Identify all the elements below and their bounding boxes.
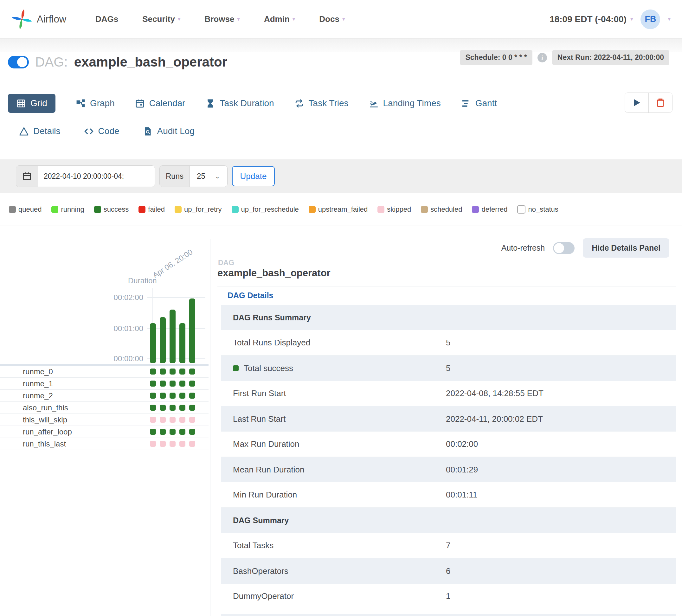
task-row-run_this_last: run_this_last [0, 438, 208, 450]
tab-task-duration[interactable]: Task Duration [205, 94, 274, 113]
play-icon [632, 98, 642, 108]
task-instance-square-success[interactable] [160, 368, 166, 374]
task-name[interactable]: runme_0 [0, 367, 53, 376]
airflow-brand[interactable]: Airflow [12, 9, 66, 30]
task-name[interactable]: this_will_skip [0, 415, 67, 424]
task-instance-square-skipped[interactable] [169, 417, 176, 423]
task-instance-square-success[interactable] [189, 393, 195, 398]
task-instance-square-skipped[interactable] [189, 417, 195, 423]
success-square-icon [233, 365, 238, 371]
legend-item-upstream_failed: upstream_failed [309, 205, 368, 213]
hide-details-panel-button[interactable]: Hide Details Panel [583, 238, 669, 258]
task-instance-square-success[interactable] [179, 405, 185, 411]
details-row-max-run-duration: Max Run Duration00:02:00 [221, 432, 676, 457]
task-instance-square-success[interactable] [160, 393, 166, 398]
task-instance-square-success[interactable] [189, 368, 195, 374]
task-instance-square-skipped[interactable] [150, 417, 156, 423]
task-instance-square-success[interactable] [150, 429, 156, 435]
base-date-input[interactable] [38, 166, 155, 187]
auto-refresh-toggle[interactable] [553, 242, 574, 254]
chevron-down-icon[interactable]: ▾ [668, 17, 670, 22]
task-name[interactable]: run_this_last [0, 439, 66, 448]
task-instance-square-success[interactable] [160, 405, 166, 411]
tab-task-tries[interactable]: Task Tries [294, 94, 348, 113]
task-instance-square-skipped[interactable] [189, 441, 195, 447]
task-instance-square-success[interactable] [189, 405, 195, 411]
tab-graph[interactable]: Graph [76, 94, 115, 113]
tab-label: Audit Log [157, 126, 195, 136]
dag-run-bar[interactable] [169, 310, 176, 363]
task-row-runme_2: runme_2 [0, 390, 208, 402]
avatar[interactable]: FB [640, 9, 660, 29]
tab-label: Task Tries [309, 98, 348, 108]
task-instance-square-skipped[interactable] [179, 441, 185, 447]
task-instance-square-success[interactable] [189, 381, 195, 387]
legend-label: scheduled [430, 205, 462, 213]
dag-pause-toggle[interactable] [8, 56, 29, 68]
nav-item-security[interactable]: Security▾ [142, 14, 180, 24]
task-name[interactable]: runme_2 [0, 391, 53, 400]
legend-label: success [104, 205, 129, 213]
legend-swatch-no_status [517, 205, 525, 213]
task-instance-square-success[interactable] [160, 429, 166, 435]
update-button[interactable]: Update [232, 166, 275, 186]
task-name[interactable]: runme_1 [0, 379, 53, 388]
task-instance-square-success[interactable] [179, 381, 185, 387]
details-row-last-run-start: Last Run Start2022-04-11, 20:00:02 EDT [221, 406, 676, 432]
task-instance-square-success[interactable] [169, 429, 176, 435]
task-instance-square-skipped[interactable] [179, 417, 185, 423]
calendar-addon-button[interactable] [16, 166, 38, 187]
y-axis-tick: 00:01:00 [105, 324, 143, 333]
task-instance-square-success[interactable] [169, 368, 176, 374]
tab-grid[interactable]: Grid [8, 94, 55, 113]
delete-dag-button[interactable] [649, 93, 672, 113]
dag-details-link[interactable]: DAG Details [228, 291, 273, 300]
next-run-badge: Next Run: 2022-04-11, 20:00:00 [552, 50, 669, 65]
task-instance-square-skipped[interactable] [150, 441, 156, 447]
task-instance-square-success[interactable] [169, 405, 176, 411]
tab-gantt[interactable]: Gantt [461, 94, 497, 113]
nav-item-label: Admin [264, 14, 290, 24]
task-instance-square-success[interactable] [150, 381, 156, 387]
tab-details[interactable]: Details [19, 122, 61, 141]
gridline [147, 297, 205, 298]
nav-item-docs[interactable]: Docs▾ [319, 14, 345, 24]
task-instance-square-success[interactable] [169, 393, 176, 398]
task-instance-square-skipped[interactable] [160, 441, 166, 447]
nav-item-dags[interactable]: DAGs [95, 14, 118, 24]
dag-run-bar[interactable] [150, 323, 156, 363]
legend-swatch-scheduled [421, 206, 428, 213]
task-instance-square-skipped[interactable] [160, 417, 166, 423]
tab-code[interactable]: Code [84, 122, 119, 141]
runs-select[interactable]: 25 ⌄ [190, 166, 227, 187]
details-panel-type-label: DAG [218, 258, 234, 267]
clock-dropdown[interactable]: 18:09 EDT (-04:00) ▾ [549, 14, 633, 24]
task-instance-square-success[interactable] [179, 368, 185, 374]
task-instance-square-success[interactable] [179, 393, 185, 398]
tab-calendar[interactable]: Calendar [135, 94, 185, 113]
task-instance-square-success[interactable] [150, 393, 156, 398]
task-instance-square-success[interactable] [169, 381, 176, 387]
dag-run-bar[interactable] [189, 298, 195, 363]
task-instance-square-success[interactable] [150, 368, 156, 374]
task-instance-square-success[interactable] [150, 405, 156, 411]
tab-audit-log[interactable]: Audit Log [143, 122, 195, 141]
task-instance-square-success[interactable] [160, 381, 166, 387]
nav-item-browse[interactable]: Browse▾ [204, 14, 240, 24]
dag-run-bar[interactable] [179, 323, 185, 363]
duration-axis-label: Duration [128, 276, 157, 285]
task-instance-square-skipped[interactable] [169, 441, 176, 447]
trigger-dag-button[interactable] [625, 93, 649, 113]
task-instance-square-success[interactable] [189, 429, 195, 435]
info-icon[interactable]: i [538, 53, 547, 63]
schedule-badge: Schedule: 0 0 * * * [460, 50, 532, 65]
task-name[interactable]: also_run_this [0, 403, 68, 412]
task-name[interactable]: run_after_loop [0, 428, 72, 436]
task-instance-square-success[interactable] [179, 429, 185, 435]
tab-landing-times[interactable]: Landing Times [369, 94, 441, 113]
details-value: 6 [446, 566, 450, 576]
schedule-badges: Schedule: 0 0 * * * i Next Run: 2022-04-… [460, 50, 669, 65]
details-row-mean-run-duration: Mean Run Duration00:01:29 [221, 457, 676, 482]
nav-item-admin[interactable]: Admin▾ [264, 14, 295, 24]
dag-run-bar[interactable] [160, 317, 166, 363]
